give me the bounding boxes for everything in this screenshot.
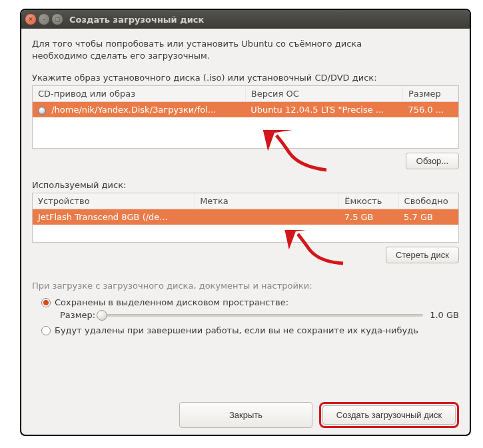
- col-label[interactable]: Метка: [195, 193, 339, 209]
- col-capacity[interactable]: Ёмкость: [339, 193, 398, 209]
- radio-discard[interactable]: Будут удалены при завершении работы, есл…: [41, 325, 459, 335]
- source-size-cell: 756.0 ...: [402, 102, 458, 118]
- close-icon[interactable]: ✕: [25, 14, 36, 25]
- disc-icon: [38, 107, 46, 115]
- radio-saved[interactable]: Сохранены в выделенном дисковом простран…: [41, 297, 459, 307]
- radio-discard-icon: [41, 326, 51, 335]
- annotation-highlight-frame: Создать загрузочный диск: [319, 402, 459, 428]
- close-button[interactable]: Закрыть: [179, 402, 312, 428]
- source-row-selected[interactable]: /home/nik/Yandex.Disk/Загрузки/fol... Ub…: [33, 102, 458, 118]
- radio-saved-icon: [41, 298, 51, 307]
- target-free-cell: 5.7 GB: [398, 209, 458, 225]
- source-header-row: CD-привод или образ Версия ОС Размер: [33, 86, 458, 102]
- col-size[interactable]: Размер: [402, 86, 458, 102]
- erase-disk-button[interactable]: Стереть диск: [386, 247, 459, 263]
- source-drive-cell: /home/nik/Yandex.Disk/Загрузки/fol...: [51, 105, 216, 115]
- radio-discard-label: Будут удалены при завершении работы, есл…: [55, 325, 418, 335]
- intro-line2: необходимо сделать его загрузочным.: [32, 51, 210, 61]
- target-label: Используемый диск:: [32, 180, 459, 190]
- titlebar: ✕ – ▢ Создать загрузочный диск: [21, 10, 470, 29]
- window-title: Создать загрузочный диск: [69, 15, 204, 25]
- size-slider-row: Размер: 1.0 GB: [60, 310, 459, 320]
- target-label-cell: [195, 209, 339, 225]
- target-header-row: Устройство Метка Ёмкость Свободно: [33, 193, 458, 209]
- size-label: Размер:: [60, 310, 95, 320]
- maximize-icon[interactable]: ▢: [52, 14, 63, 25]
- make-startup-disk-button[interactable]: Создать загрузочный диск: [322, 405, 456, 425]
- radio-saved-label: Сохранены в выделенном дисковом простран…: [55, 297, 288, 307]
- source-os-cell: Ubuntu 12.04.5 LTS "Precise ...: [245, 102, 402, 118]
- persist-radio-group: Сохранены в выделенном дисковом простран…: [41, 295, 459, 338]
- dialog-window: ✕ – ▢ Создать загрузочный диск Для того …: [20, 9, 471, 436]
- target-device-cell: JetFlash Transcend 8GB (/de...: [33, 209, 195, 225]
- intro-line1: Для того чтобы попробовать или установит…: [32, 39, 362, 49]
- source-table[interactable]: CD-привод или образ Версия ОС Размер /ho…: [32, 85, 459, 149]
- size-value: 1.0 GB: [430, 310, 459, 320]
- col-os[interactable]: Версия ОС: [245, 86, 402, 102]
- content-area: Для того чтобы попробовать или установит…: [21, 29, 470, 435]
- col-device[interactable]: Устройство: [33, 193, 195, 209]
- target-capacity-cell: 7.5 GB: [339, 209, 398, 225]
- footer-buttons: Закрыть Создать загрузочный диск: [32, 390, 459, 428]
- col-drive[interactable]: CD-привод или образ: [33, 86, 245, 102]
- browse-button[interactable]: Обзор...: [406, 153, 459, 169]
- target-table[interactable]: Устройство Метка Ёмкость Свободно JetFla…: [32, 193, 459, 243]
- slider-thumb-icon[interactable]: [97, 310, 107, 321]
- target-row-selected[interactable]: JetFlash Transcend 8GB (/de... 7.5 GB 5.…: [33, 209, 458, 225]
- source-label: Укажите образ установочного диска (.iso)…: [32, 73, 459, 83]
- intro-text: Для того чтобы попробовать или установит…: [32, 38, 459, 62]
- col-free[interactable]: Свободно: [398, 193, 458, 209]
- size-slider[interactable]: [102, 314, 423, 317]
- minimize-icon[interactable]: –: [39, 14, 49, 25]
- persist-heading: При загрузке с загрузочного диска, докум…: [32, 281, 459, 291]
